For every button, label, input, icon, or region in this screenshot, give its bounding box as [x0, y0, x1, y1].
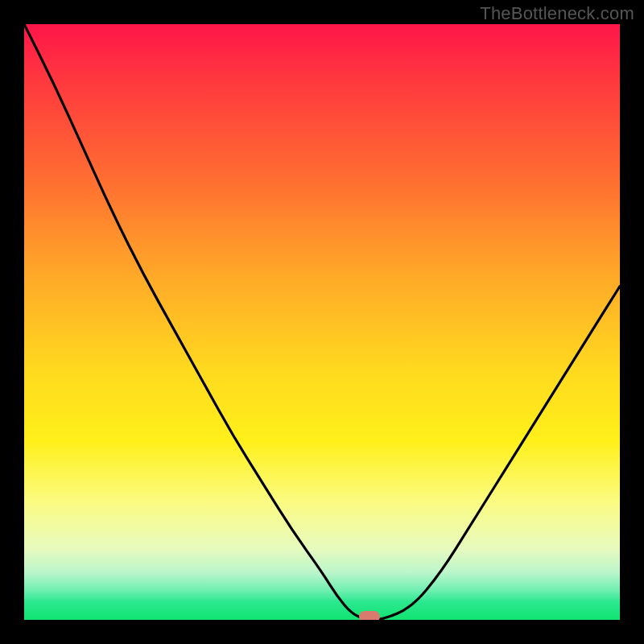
minimum-marker	[359, 611, 380, 620]
curve-path	[24, 24, 620, 620]
bottleneck-curve	[24, 24, 620, 620]
plot-area	[24, 24, 620, 620]
watermark-text: TheBottleneck.com	[480, 3, 634, 24]
chart-frame: TheBottleneck.com	[0, 0, 644, 644]
